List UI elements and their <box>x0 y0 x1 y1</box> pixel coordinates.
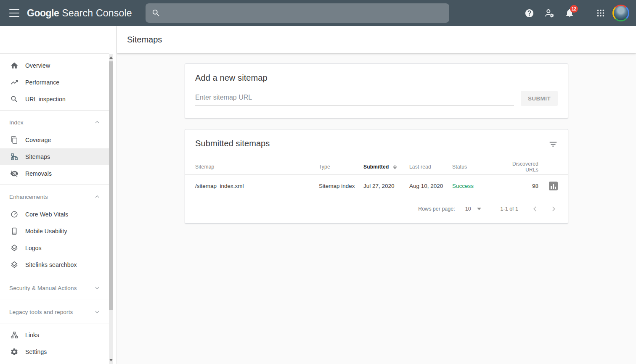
next-page-button[interactable] <box>549 204 559 214</box>
cell-submitted: Jul 27, 2020 <box>363 183 409 189</box>
column-header-submitted[interactable]: Submitted <box>363 164 409 170</box>
see-index-coverage-button[interactable] <box>549 182 558 190</box>
scrollbar-down-arrow[interactable] <box>109 357 113 363</box>
sidebar-item-coverage[interactable]: Coverage <box>0 132 109 148</box>
cell-last-read: Aug 10, 2020 <box>409 183 452 189</box>
cell-type: Sitemap index <box>319 183 363 189</box>
topbar: GoogleSearch Console 12 <box>0 0 636 26</box>
bar-chart-icon <box>551 186 552 189</box>
chevron-down-icon <box>94 309 100 315</box>
sitemap-url-input[interactable] <box>195 90 514 106</box>
column-header-sitemap[interactable]: Sitemap <box>195 164 319 170</box>
layers-icon <box>10 244 19 252</box>
home-icon <box>10 61 19 70</box>
sidebar-divider <box>0 185 109 185</box>
topbar-actions: 12 <box>521 0 636 26</box>
search-icon <box>10 95 19 103</box>
previous-page-button[interactable] <box>530 204 540 214</box>
sidebar-item-mobile-usability[interactable]: Mobile Usability <box>0 223 109 240</box>
column-header-status[interactable]: Status <box>452 164 500 170</box>
sidebar-scrollbar[interactable] <box>109 54 113 364</box>
sidebar-item-removals[interactable]: Removals <box>0 165 109 182</box>
sidebar-item-performance[interactable]: Performance <box>0 74 109 91</box>
gauge-icon <box>10 210 19 219</box>
cell-status: Success <box>452 183 500 189</box>
notifications-button[interactable]: 12 <box>561 5 578 21</box>
pagination-range: 1-1 of 1 <box>501 206 518 212</box>
sidebar-nav: Overview Performance URL inspectionIndex… <box>0 54 109 360</box>
column-header-type[interactable]: Type <box>319 164 363 170</box>
account-avatar[interactable] <box>612 5 629 21</box>
table-body: /sitemap_index.xml Sitemap index Jul 27,… <box>185 174 568 197</box>
chevron-up-icon <box>94 194 100 200</box>
sidebar-item-logos[interactable]: Logos <box>0 240 109 256</box>
avatar-photo <box>614 6 628 20</box>
smartphone-icon <box>10 227 19 235</box>
chevron-up-icon <box>94 119 100 125</box>
topbar-search[interactable] <box>146 3 449 23</box>
sidebar-divider <box>0 324 109 324</box>
coverage-icon <box>10 136 19 144</box>
sidebar-item-core-web-vitals[interactable]: Core Web Vitals <box>0 206 109 223</box>
sidebar: Overview Performance URL inspectionIndex… <box>0 26 117 364</box>
dropdown-caret-icon <box>477 208 481 210</box>
page-header: Sitemaps <box>117 26 636 53</box>
sidebar-divider <box>0 276 109 276</box>
sidebar-section-enhancements[interactable]: Enhancements <box>0 187 109 206</box>
sidebar-item-url-inspection[interactable]: URL inspection <box>0 91 109 108</box>
filter-icon[interactable] <box>549 140 558 149</box>
schema-icon <box>10 331 19 339</box>
search-icon <box>151 8 161 18</box>
chevron-down-icon <box>94 285 100 291</box>
sidebar-divider <box>0 110 109 111</box>
sort-arrow-down-icon <box>392 164 398 170</box>
submitted-sitemaps-title: Submitted sitemaps <box>185 129 568 148</box>
app-logo[interactable]: GoogleSearch Console <box>27 8 132 19</box>
gear-icon <box>10 348 19 356</box>
sitemaps-table: SitemapTypeSubmittedLast readStatusDisco… <box>185 159 568 197</box>
cell-sitemap[interactable]: /sitemap_index.xml <box>195 183 319 189</box>
submit-button[interactable]: SUBMIT <box>521 91 558 106</box>
sidebar-item-sitelinks-searchbox[interactable]: Sitelinks searchbox <box>0 256 109 273</box>
add-sitemap-card: Add a new sitemap SUBMIT <box>185 63 568 119</box>
column-header-last-read[interactable]: Last read <box>409 164 452 170</box>
trending-up-icon <box>10 78 19 87</box>
google-apps-button[interactable] <box>592 5 609 21</box>
content-area: Add a new sitemap SUBMIT Submitted sitem… <box>117 53 636 364</box>
search-input[interactable] <box>166 10 443 17</box>
column-header-discovered-urls[interactable]: Discovered URLs <box>500 161 538 173</box>
rows-per-page-label: Rows per page: <box>418 206 455 212</box>
notification-badge: 12 <box>570 5 578 13</box>
page-title: Sitemaps <box>127 35 162 45</box>
logo-product-text: Search Console <box>62 8 132 18</box>
sidebar-item-sitemaps[interactable]: Sitemaps <box>0 148 109 165</box>
table-footer: Rows per page: 10 1-1 of 1 <box>185 197 568 221</box>
sidebar-item-settings[interactable]: Settings <box>0 343 109 360</box>
scrollbar-up-arrow[interactable] <box>109 55 113 61</box>
sidebar-section-legacy-tools-and-reports[interactable]: Legacy tools and reports <box>0 303 109 321</box>
removals-icon <box>10 169 19 178</box>
add-sitemap-title: Add a new sitemap <box>195 73 558 83</box>
table-row[interactable]: /sitemap_index.xml Sitemap index Jul 27,… <box>185 174 568 197</box>
table-header-row: SitemapTypeSubmittedLast readStatusDisco… <box>185 159 568 174</box>
sitemaps-icon <box>10 153 19 161</box>
sidebar-item-links[interactable]: Links <box>0 327 109 343</box>
scrollbar-thumb[interactable] <box>109 61 113 310</box>
hamburger-menu-icon[interactable] <box>9 9 19 17</box>
layers-icon <box>10 261 19 269</box>
logo-google-text: Google <box>27 8 59 18</box>
rows-per-page-select[interactable]: 10 <box>465 206 481 212</box>
cell-discovered-urls: 98 <box>532 183 538 189</box>
help-button[interactable] <box>521 5 538 21</box>
submitted-sitemaps-card: Submitted sitemaps SitemapTypeSubmittedL… <box>185 129 568 224</box>
sidebar-divider <box>0 300 109 300</box>
sidebar-item-overview[interactable]: Overview <box>0 57 109 74</box>
main-area: Sitemaps Add a new sitemap SUBMIT Submit… <box>117 26 636 364</box>
sidebar-section-index[interactable]: Index <box>0 113 109 132</box>
sidebar-section-security-manual-actions[interactable]: Security & Manual Actions <box>0 279 109 297</box>
manage-users-button[interactable] <box>541 5 558 21</box>
